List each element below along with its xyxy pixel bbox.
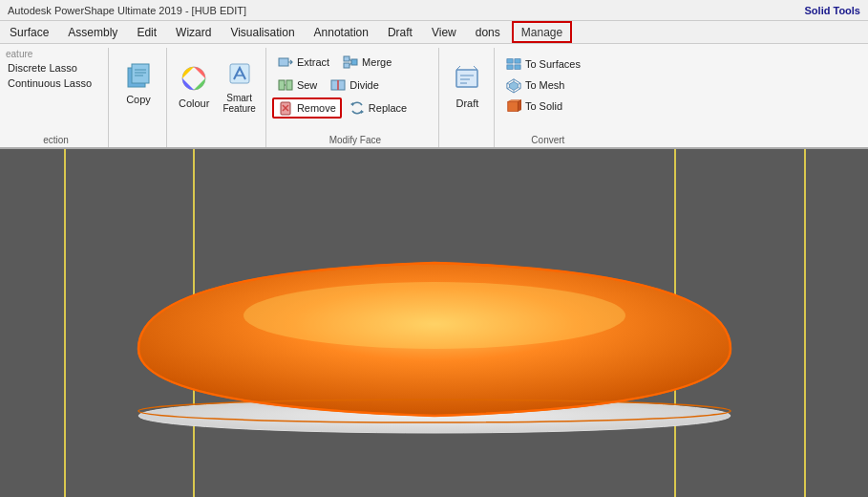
merge-label: Merge [362,56,392,68]
sew-icon [278,77,293,93]
sew-label: Sew [297,79,317,91]
svg-marker-31 [509,81,518,90]
replace-icon [349,100,365,116]
merge-icon [343,54,358,70]
remove-button[interactable]: Remove [272,97,342,119]
merge-button[interactable]: Merge [337,52,397,73]
menu-wizard[interactable]: Wizard [166,21,221,43]
copy-label: Copy [126,94,151,105]
convert-group-label: Convert [500,135,596,145]
title-bar: Autodesk PowerShape Ultimate 2019 - [HUB… [0,0,868,21]
ribbon-group-convert: To Surfaces To Mesh [500,48,596,147]
app-title: Autodesk PowerShape Ultimate 2019 - [HUB… [8,5,246,16]
discrete-lasso-btn[interactable]: Discrete Lasso [4,60,81,76]
feature-label: eature [4,48,34,60]
menu-dons[interactable]: dons [466,21,510,43]
svg-marker-40 [518,100,521,112]
divide-icon [330,77,346,93]
menu-surface[interactable]: Surface [0,21,58,43]
svg-rect-28 [507,65,513,69]
menu-edit[interactable]: Edit [127,21,166,43]
extract-label: Extract [297,56,329,68]
wire-line-4 [804,149,806,497]
continuous-lasso-btn[interactable]: Continuous Lasso [4,76,95,91]
to-solid-button[interactable]: To Solid [500,96,568,117]
replace-button[interactable]: Replace [344,97,413,119]
to-surfaces-label: To Surfaces [525,58,581,70]
svg-rect-20 [456,70,477,87]
ribbon-group-draft: Draft [445,48,495,147]
draft-label: Draft [455,97,478,109]
smart-feature-button[interactable]: SmartFeature [217,52,261,120]
viewport [0,149,868,497]
to-surfaces-button[interactable]: To Surfaces [500,54,586,75]
menu-manage[interactable]: Manage [512,21,572,43]
svg-rect-26 [507,59,513,63]
svg-rect-10 [351,59,357,65]
to-mesh-label: To Mesh [525,79,565,91]
draft-icon [452,63,482,94]
modify-face-group-label: Modify Face [272,135,438,145]
smart-feature-icon [224,58,255,89]
svg-rect-38 [508,102,519,112]
svg-rect-29 [515,65,520,69]
svg-rect-12 [286,80,292,90]
ribbon-group-modify-face: Extract Merge [272,48,439,147]
svg-rect-1 [132,64,149,83]
copy-icon [123,59,154,90]
3d-object [76,215,793,444]
colour-icon [179,63,209,94]
to-surfaces-icon [506,56,521,72]
wire-line-1 [64,149,66,497]
colour-button[interactable]: Colour [173,52,215,120]
ribbon-group-colour: Colour SmartFeature [173,48,266,147]
svg-marker-19 [361,110,364,114]
svg-rect-7 [279,58,288,66]
extract-icon [278,54,293,70]
sew-button[interactable]: Sew [272,75,323,96]
menu-assembly[interactable]: Assembly [58,21,127,43]
divide-button[interactable]: Divide [325,75,385,96]
copy-button[interactable]: Copy [117,48,159,117]
ribbon: eature Discrete Lasso Continuous Lasso e… [0,44,868,149]
to-solid-label: To Solid [525,100,562,112]
draft-button[interactable]: Draft [446,52,488,120]
to-solid-icon [506,98,521,114]
remove-icon [278,100,293,116]
to-mesh-button[interactable]: To Mesh [500,75,571,96]
selection-group-label: ection [4,135,108,145]
colour-label: Colour [179,97,209,109]
solid-tools-label: Solid Tools [805,5,860,16]
remove-label: Remove [297,102,336,114]
svg-rect-27 [515,59,520,63]
ribbon-group-selection: eature Discrete Lasso Continuous Lasso e… [4,48,109,147]
to-mesh-icon [506,77,521,93]
menu-bar: Surface Assembly Edit Wizard Visualisati… [0,21,868,44]
svg-marker-18 [350,102,353,106]
svg-rect-8 [344,56,349,61]
ribbon-group-copy: Copy [115,48,167,147]
svg-point-42 [243,282,625,349]
extract-button[interactable]: Extract [272,52,335,73]
replace-label: Replace [369,102,407,114]
menu-annotation[interactable]: Annotation [305,21,378,43]
menu-draft[interactable]: Draft [378,21,422,43]
menu-view[interactable]: View [422,21,466,43]
svg-rect-9 [344,63,349,68]
smart-feature-label: SmartFeature [222,93,255,114]
divide-label: Divide [349,79,379,91]
menu-visualisation[interactable]: Visualisation [221,21,304,43]
svg-rect-11 [279,80,285,90]
